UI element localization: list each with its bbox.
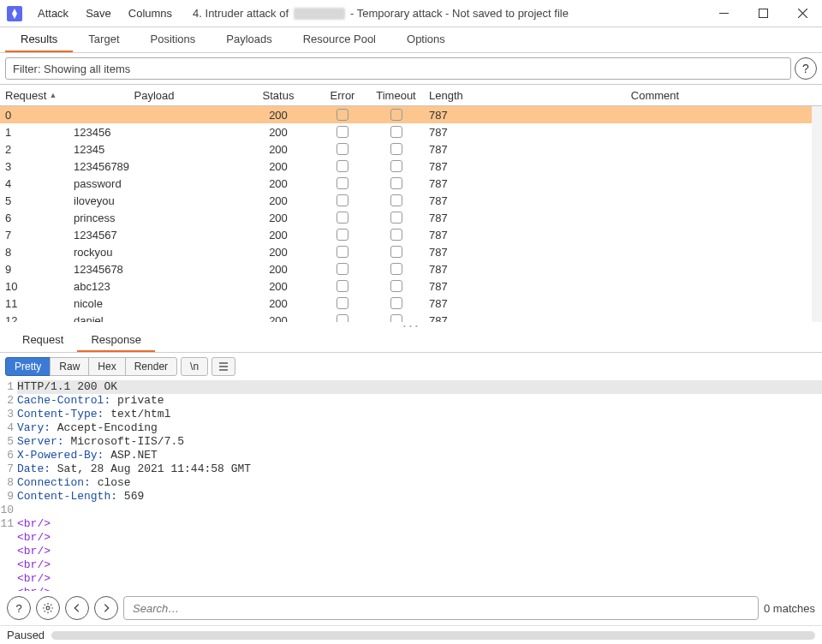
redacted-target: [294, 8, 345, 20]
tab-results[interactable]: Results: [5, 27, 73, 52]
prev-match-icon[interactable]: [65, 596, 89, 620]
timeout-checkbox[interactable]: [390, 280, 402, 292]
error-checkbox[interactable]: [337, 109, 348, 121]
menu-columns[interactable]: Columns: [120, 7, 181, 20]
menu-bar: AttackSaveColumns: [29, 7, 181, 20]
minimize-button[interactable]: [704, 0, 743, 27]
col-request[interactable]: Request▲: [0, 89, 68, 102]
results-grid[interactable]: 0200787112345620078721234520078731234567…: [0, 106, 822, 322]
error-checkbox[interactable]: [337, 194, 348, 206]
view-toolbar: PrettyRawHexRender \n: [0, 353, 822, 380]
table-row[interactable]: 212345200787: [0, 140, 822, 158]
table-row[interactable]: 4password200787: [0, 175, 822, 192]
status-bar: Paused: [0, 625, 822, 644]
timeout-checkbox[interactable]: [390, 143, 402, 155]
app-icon: [7, 6, 22, 21]
window-controls: [704, 0, 822, 27]
col-length[interactable]: Length: [424, 89, 488, 102]
view-hex[interactable]: Hex: [88, 357, 125, 376]
timeout-checkbox[interactable]: [390, 160, 402, 172]
timeout-checkbox[interactable]: [390, 314, 402, 322]
hamburger-icon[interactable]: [211, 357, 235, 376]
status-text: Paused: [7, 629, 45, 641]
title-suffix: - Temporary attack - Not saved to projec…: [350, 7, 569, 20]
table-row[interactable]: 6princess200787: [0, 209, 822, 226]
table-row[interactable]: 0200787: [0, 106, 822, 123]
help-icon[interactable]: ?: [7, 596, 31, 620]
search-input[interactable]: [123, 596, 759, 620]
filter-text: Filter: Showing all items: [13, 63, 130, 75]
col-error[interactable]: Error: [317, 89, 368, 102]
results-header: Request▲ Payload Status Error Timeout Le…: [0, 84, 822, 106]
table-row[interactable]: 11nicole200787: [0, 295, 822, 312]
window-title: 4. Intruder attack of - Temporary attack…: [193, 7, 704, 20]
filter-input[interactable]: Filter: Showing all items: [5, 57, 791, 80]
timeout-checkbox[interactable]: [390, 246, 402, 258]
timeout-checkbox[interactable]: [390, 229, 402, 241]
error-checkbox[interactable]: [337, 297, 348, 309]
col-status[interactable]: Status: [240, 89, 317, 102]
error-checkbox[interactable]: [337, 126, 348, 138]
line-gutter: 1234567891011: [0, 380, 17, 591]
error-checkbox[interactable]: [337, 177, 348, 189]
tab-target[interactable]: Target: [73, 27, 134, 52]
timeout-checkbox[interactable]: [390, 297, 402, 309]
error-checkbox[interactable]: [337, 160, 348, 172]
error-checkbox[interactable]: [337, 280, 348, 292]
sort-asc-icon: ▲: [49, 91, 57, 99]
table-row[interactable]: 5iloveyou200787: [0, 192, 822, 209]
timeout-checkbox[interactable]: [390, 263, 402, 275]
col-comment[interactable]: Comment: [488, 89, 822, 102]
timeout-checkbox[interactable]: [390, 177, 402, 189]
message-tab-request[interactable]: Request: [9, 329, 77, 352]
table-row[interactable]: 12daniel200787: [0, 312, 822, 322]
splitter-handle[interactable]: • • •: [0, 322, 822, 329]
match-count: 0 matches: [764, 602, 815, 615]
filter-row: Filter: Showing all items ?: [0, 53, 822, 84]
tab-options[interactable]: Options: [391, 27, 461, 52]
search-bar: ? 0 matches: [0, 591, 822, 625]
message-tab-response[interactable]: Response: [77, 329, 155, 352]
view-raw[interactable]: Raw: [50, 357, 89, 376]
col-payload[interactable]: Payload: [68, 89, 240, 102]
table-row[interactable]: 8rockyou200787: [0, 243, 822, 260]
message-tabs: RequestResponse: [0, 329, 822, 353]
timeout-checkbox[interactable]: [390, 109, 402, 121]
progress-bar: [51, 631, 815, 640]
table-row[interactable]: 71234567200787: [0, 226, 822, 243]
tab-positions[interactable]: Positions: [135, 27, 211, 52]
timeout-checkbox[interactable]: [390, 212, 402, 224]
error-checkbox[interactable]: [337, 143, 348, 155]
menu-save[interactable]: Save: [77, 7, 120, 20]
tab-resource-pool[interactable]: Resource Pool: [288, 27, 391, 52]
main-tabs: ResultsTargetPositionsPayloadsResource P…: [0, 27, 822, 53]
vertical-scrollbar[interactable]: [812, 106, 822, 322]
table-row[interactable]: 1123456200787: [0, 123, 822, 140]
view-pretty[interactable]: Pretty: [5, 357, 51, 376]
response-body[interactable]: HTTP/1.1 200 OKCache-Control: privateCon…: [17, 380, 822, 591]
table-row[interactable]: 10abc123200787: [0, 277, 822, 295]
table-row[interactable]: 912345678200787: [0, 260, 822, 277]
help-icon[interactable]: ?: [795, 57, 817, 80]
maximize-button[interactable]: [743, 0, 783, 27]
svg-rect-0: [759, 9, 767, 18]
view-render[interactable]: Render: [125, 357, 177, 376]
newline-toggle[interactable]: \n: [181, 357, 208, 376]
error-checkbox[interactable]: [337, 212, 348, 224]
error-checkbox[interactable]: [337, 263, 348, 275]
error-checkbox[interactable]: [337, 314, 348, 322]
col-timeout[interactable]: Timeout: [368, 89, 424, 102]
gear-icon[interactable]: [36, 596, 60, 620]
titlebar: AttackSaveColumns 4. Intruder attack of …: [0, 0, 822, 27]
timeout-checkbox[interactable]: [390, 194, 402, 206]
menu-attack[interactable]: Attack: [29, 7, 77, 20]
next-match-icon[interactable]: [94, 596, 118, 620]
table-row[interactable]: 3123456789200787: [0, 158, 822, 175]
response-editor[interactable]: 1234567891011 HTTP/1.1 200 OKCache-Contr…: [0, 380, 822, 591]
timeout-checkbox[interactable]: [390, 126, 402, 138]
error-checkbox[interactable]: [337, 229, 348, 241]
error-checkbox[interactable]: [337, 246, 348, 258]
close-button[interactable]: [783, 0, 822, 27]
tab-payloads[interactable]: Payloads: [211, 27, 287, 52]
title-prefix: 4. Intruder attack of: [193, 7, 289, 20]
